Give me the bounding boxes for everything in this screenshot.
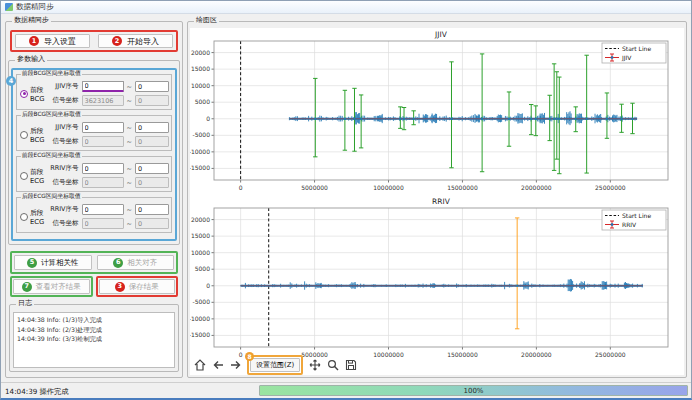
- row-label: 信号坐标: [47, 137, 79, 146]
- svg-text:15000: 15000: [191, 65, 210, 72]
- svg-text:-10000: -10000: [190, 315, 210, 322]
- figure-canvas[interactable]: 0500000010000000150000002000000025000000…: [190, 28, 684, 375]
- radio-front-ecg[interactable]: 前段ECG: [19, 167, 47, 185]
- range-separator: ~: [127, 220, 132, 228]
- step-badge-2: 2: [112, 36, 122, 46]
- radio-rear-bcg[interactable]: 后段BCG: [19, 126, 47, 144]
- svg-text:RRIV: RRIV: [622, 221, 637, 228]
- set-range-button[interactable]: 设置范围(Z): [250, 358, 300, 372]
- step-badge-3: 3: [115, 282, 125, 292]
- radio-label: 后段ECG: [30, 208, 47, 226]
- save-result-label: 保存结果: [129, 282, 159, 292]
- view-result-annotation-box: 7 查看对齐结果: [10, 276, 93, 297]
- svg-text:15000000: 15000000: [447, 351, 478, 358]
- rear-ecg-coord-from-input: [82, 218, 124, 229]
- svg-text:0: 0: [206, 115, 210, 122]
- back-arrow-icon[interactable]: [211, 359, 224, 372]
- step-badge-8: 8: [245, 352, 254, 361]
- pan-icon[interactable]: [308, 359, 321, 372]
- svg-text:20000: 20000: [191, 49, 210, 56]
- rear-bcg-coord-from-input: [82, 136, 124, 147]
- param-section-title: 后段ECG区间坐标取值: [21, 194, 82, 200]
- import-settings-label: 导入设置: [44, 36, 76, 47]
- forward-arrow-icon[interactable]: [229, 359, 242, 372]
- radio-label: 后段BCG: [30, 126, 47, 144]
- status-message: 14:04:39 操作完成: [5, 387, 68, 397]
- import-settings-button[interactable]: 1 导入设置: [15, 34, 90, 48]
- front-bcg-jjiv-to-input[interactable]: [135, 81, 169, 92]
- front-ecg-rriv-from-input[interactable]: [82, 163, 124, 174]
- rriv-chart[interactable]: 0500000010000000150000002000000025000000…: [190, 195, 684, 362]
- svg-text:-15000: -15000: [190, 164, 210, 171]
- range-separator: ~: [127, 206, 132, 214]
- home-icon[interactable]: [193, 359, 206, 372]
- progress-bar: 100%: [259, 385, 688, 396]
- log-group: 日志 14:04:38 Info: (1/3)导入完成 14:04:38 Inf…: [9, 304, 179, 372]
- range-separator: ~: [127, 165, 132, 173]
- front-ecg-rriv-to-input[interactable]: [135, 163, 169, 174]
- rear-ecg-rriv-from-input[interactable]: [82, 204, 124, 215]
- param-input-group: 参数输入 4 前段BCG区间坐标取值 前段BCG: [8, 60, 180, 245]
- param-section-title: 后段BCG区间坐标取值: [21, 112, 82, 118]
- step-badge-7: 7: [22, 282, 32, 292]
- save-result-button[interactable]: 3 保存结果: [99, 279, 176, 294]
- start-import-label: 开始导入: [127, 36, 159, 47]
- log-line: 14:04:38 Info: (1/3)导入完成: [17, 315, 171, 325]
- app-icon: [5, 3, 13, 11]
- save-icon[interactable]: [344, 359, 357, 372]
- svg-text:JJIV: JJIV: [434, 30, 448, 39]
- param-section-front-ecg: 前段ECG区间坐标取值 前段ECG RRIV序号 ~: [16, 156, 172, 192]
- svg-text:-15000: -15000: [190, 331, 210, 338]
- radio-label: 前段ECG: [30, 167, 47, 185]
- main-area: 数据精同步 1 导入设置 2 开始导入 参数输入 4 前段BCG区间坐标取值: [1, 14, 691, 382]
- correlation-align-label: 相关对齐: [127, 258, 157, 268]
- calc-correlation-label: 计算相关性: [41, 258, 79, 268]
- correlation-align-button[interactable]: 6 相关对齐: [97, 255, 175, 270]
- view-align-result-button[interactable]: 7 查看对齐结果: [13, 279, 90, 294]
- log-line: 14:04:38 Info: (2/3)处理完成: [17, 325, 171, 335]
- row-label: JJIV序号: [47, 82, 79, 91]
- rear-ecg-rriv-to-input[interactable]: [135, 204, 169, 215]
- app-window: 数据精同步 数据精同步 1 导入设置 2 开始导入 参数输入 4: [0, 0, 692, 400]
- calc-correlation-button[interactable]: 5 计算相关性: [14, 255, 92, 270]
- radio-icon: [20, 131, 28, 139]
- row-label: 信号坐标: [47, 178, 79, 187]
- range-separator: ~: [127, 83, 132, 91]
- svg-text:15000000: 15000000: [447, 184, 478, 191]
- front-bcg-coord-to-input: [135, 95, 169, 106]
- svg-text:JJIV: JJIV: [621, 54, 632, 62]
- step-badge-4: 4: [6, 76, 16, 86]
- range-annotation-box: 8 设置范围(Z): [247, 355, 303, 375]
- svg-text:25000000: 25000000: [595, 351, 626, 358]
- rear-bcg-jjiv-to-input[interactable]: [135, 122, 169, 133]
- rear-bcg-jjiv-from-input[interactable]: [82, 122, 124, 133]
- step-badge-6: 6: [113, 258, 123, 268]
- save-result-annotation-box: 3 保存结果: [96, 276, 179, 297]
- param-section-rear-ecg: 后段ECG区间坐标取值 后段ECG RRIV序号 ~: [16, 197, 172, 233]
- row-label: 信号坐标: [47, 219, 79, 228]
- radio-front-bcg[interactable]: 前段BCG: [19, 85, 47, 103]
- svg-text:RRIV: RRIV: [432, 197, 451, 206]
- plot-area-group-label: 绘图区: [194, 17, 219, 24]
- svg-text:10000: 10000: [191, 249, 210, 256]
- svg-text:Start Line: Start Line: [622, 212, 651, 219]
- svg-text:10000000: 10000000: [373, 351, 404, 358]
- front-ecg-coord-to-input: [135, 177, 169, 188]
- svg-text:-10000: -10000: [190, 148, 210, 155]
- svg-text:20000000: 20000000: [521, 184, 552, 191]
- jjiv-chart[interactable]: 0500000010000000150000002000000025000000…: [190, 28, 684, 195]
- step-badge-5: 5: [27, 258, 37, 268]
- title-bar: 数据精同步: [1, 1, 691, 14]
- start-import-button[interactable]: 2 开始导入: [98, 34, 173, 48]
- radio-label: 前段BCG: [30, 85, 47, 103]
- log-list[interactable]: 14:04:38 Info: (1/3)导入完成 14:04:38 Info: …: [13, 312, 175, 368]
- param-section-rear-bcg: 后段BCG区间坐标取值 后段BCG JJIV序号 ~: [16, 115, 172, 151]
- radio-rear-ecg[interactable]: 后段ECG: [19, 208, 47, 226]
- zoom-icon[interactable]: [326, 359, 339, 372]
- range-separator: ~: [127, 138, 132, 146]
- front-bcg-jjiv-from-input[interactable]: [82, 81, 124, 92]
- svg-text:5000: 5000: [195, 98, 210, 105]
- row-label: JJIV序号: [47, 123, 79, 132]
- step-badge-1: 1: [29, 36, 39, 46]
- plot-toolbar: 8 设置范围(Z): [193, 356, 357, 374]
